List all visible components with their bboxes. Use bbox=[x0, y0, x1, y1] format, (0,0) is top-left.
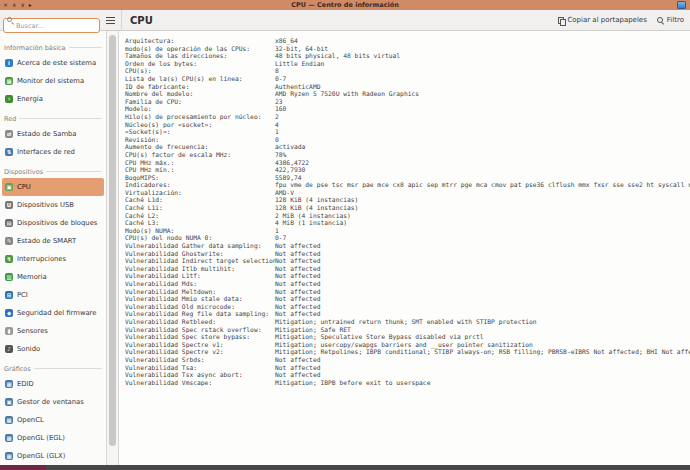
info-key: Caché L3: bbox=[125, 219, 275, 227]
sidebar-item-sensores[interactable]: ▮Sensores bbox=[0, 322, 106, 340]
sidebar-item-opengl-glx[interactable]: ▦OpenGL (GLX) bbox=[0, 447, 106, 465]
info-row: Tamaños de las direcciones:48 bits physi… bbox=[125, 52, 690, 60]
info-row: Revisión:0 bbox=[125, 136, 690, 144]
sidebar-item-edid[interactable]: ▦EDID bbox=[0, 375, 106, 393]
hamburger-menu-icon[interactable] bbox=[106, 16, 116, 25]
close-button[interactable]: × bbox=[3, 0, 8, 10]
sidebar-item-interrupciones[interactable]: ↯Interrupciones bbox=[0, 250, 106, 268]
sidebar-item-memoria[interactable]: ▥Memoria bbox=[0, 268, 106, 286]
sidebar-item-opengl-egl[interactable]: ▦OpenGL (EGL) bbox=[0, 429, 106, 447]
sidebar-item-estado-de-samba[interactable]: ⇄Estado de Samba bbox=[0, 125, 106, 143]
sidebar-item-cpu[interactable]: ▣CPU bbox=[2, 178, 104, 196]
sonido-icon: ♪ bbox=[5, 345, 13, 353]
info-key: Vulnerabilidad L1tf: bbox=[125, 272, 275, 280]
interfaces-de-red-icon: ⇅ bbox=[5, 148, 13, 156]
minimize-button[interactable]: ∨ bbox=[20, 0, 24, 10]
search-box[interactable] bbox=[3, 13, 100, 28]
copy-icon bbox=[558, 17, 564, 24]
sidebar-item-acerca-de-este-sistema[interactable]: iAcerca de este sistema bbox=[0, 54, 106, 72]
info-value: 1 bbox=[275, 227, 279, 234]
pci-icon: ⊞ bbox=[5, 291, 13, 299]
maximize-button[interactable]: ∧ bbox=[12, 0, 16, 10]
info-key: «Socket(s)»: bbox=[125, 128, 275, 136]
filter-search-icon bbox=[657, 17, 664, 24]
sidebar-item-sonido[interactable]: ♪Sonido bbox=[0, 340, 106, 358]
info-row: Vulnerabilidad Old microcode:Not affecte… bbox=[125, 303, 690, 311]
info-row: Vulnerabilidad L1tf:Not affected bbox=[125, 272, 690, 280]
info-value: Not affected bbox=[275, 257, 321, 264]
sidebar-item-label: EDID bbox=[17, 380, 34, 388]
toolbar-separator bbox=[121, 10, 122, 31]
info-row: Vulnerabilidad Indirect target selection… bbox=[125, 257, 690, 265]
sidebar-item-label: Seguridad del firmware bbox=[17, 309, 96, 317]
info-key: Orden de los bytes: bbox=[125, 60, 275, 68]
info-row: Vulnerabilidad Gather data sampling:Not … bbox=[125, 242, 690, 250]
info-value: 78% bbox=[275, 151, 286, 158]
info-value: AuthenticAMD bbox=[275, 83, 321, 90]
sidebar-item-label: OpenGL (GLX) bbox=[17, 452, 65, 460]
info-row: Orden de los bytes:Little Endian bbox=[125, 60, 690, 68]
info-value: Mitigation; untrained return thunk; SMT … bbox=[275, 318, 537, 325]
sidebar-item-label: PCI bbox=[17, 291, 28, 299]
copy-to-clipboard-button[interactable]: Copiar al portapapeles bbox=[558, 16, 646, 24]
info-value: AMD-V bbox=[275, 189, 294, 196]
info-row: Caché L1d:128 KiB (4 instancias) bbox=[125, 196, 690, 204]
info-key: Vulnerabilidad Spectre v1: bbox=[125, 341, 275, 349]
taskbar-edge bbox=[0, 465, 690, 470]
info-row: Vulnerabilidad Tsa:Not affected bbox=[125, 364, 690, 372]
sidebar-item-seguridad-del-firmware[interactable]: ◆Seguridad del firmware bbox=[0, 304, 106, 322]
info-row: Vulnerabilidad Tsx async abort:Not affec… bbox=[125, 371, 690, 379]
info-value: Mitigation; Retpolines; IBPB conditional… bbox=[275, 348, 690, 355]
info-value: Not affected bbox=[275, 288, 321, 295]
info-value: Not affected bbox=[275, 250, 321, 257]
sidebar-item-label: Sonido bbox=[17, 345, 40, 353]
info-key: Vulnerabilidad Mmio stale data: bbox=[125, 295, 275, 303]
info-row: Vulnerabilidad Retbleed:Mitigation; untr… bbox=[125, 318, 690, 326]
info-key: Caché L1d: bbox=[125, 196, 275, 204]
info-key: Nombre del modelo: bbox=[125, 90, 275, 98]
sidebar-item-dispositivos-usb[interactable]: UDispositivos USB bbox=[0, 196, 106, 214]
info-value: Not affected bbox=[275, 280, 321, 287]
info-row: Vulnerabilidad Spectre v1:Mitigation; us… bbox=[125, 341, 690, 349]
sidebar-scrollbar[interactable] bbox=[107, 31, 119, 470]
sidebar-item-energia[interactable]: ⚡Energía bbox=[0, 90, 106, 108]
opengl-egl-icon: ▦ bbox=[5, 434, 13, 442]
sidebar-item-monitor-del-sistema[interactable]: ▦Monitor del sistema bbox=[0, 72, 106, 90]
menu-button[interactable]: ▸ bbox=[29, 0, 32, 10]
sidebar-item-label: Gestor de ventanas bbox=[17, 398, 84, 406]
sidebar-item-estado-de-smart[interactable]: ✎Estado de SMART bbox=[0, 232, 106, 250]
info-value: 0-7 bbox=[275, 234, 286, 241]
info-key: Indicadores: bbox=[125, 181, 275, 189]
search-input[interactable] bbox=[3, 18, 100, 33]
info-key: Modo(s) NUMA: bbox=[125, 227, 275, 235]
info-value: Mitigation; usercopy/swapgs barriers and… bbox=[275, 341, 533, 348]
sidebar-item-dispositivos-de-bloques[interactable]: ▤Dispositivos de bloques bbox=[0, 214, 106, 232]
sidebar-item-gestor-de-ventanas[interactable]: ▣Gestor de ventanas bbox=[0, 393, 106, 411]
sidebar-section-header: Información básica bbox=[0, 37, 106, 54]
edid-icon: ▦ bbox=[5, 380, 13, 388]
info-key: Vulnerabilidad Meltdown: bbox=[125, 288, 275, 296]
info-value: 4386,4722 bbox=[275, 159, 309, 166]
sidebar-item-pci[interactable]: ⊞PCI bbox=[0, 286, 106, 304]
info-value: 1 bbox=[275, 128, 279, 135]
filter-button[interactable]: Filtro bbox=[657, 16, 684, 24]
info-key: Núcleo(s) por «socket»: bbox=[125, 121, 275, 129]
info-row: Nombre del modelo:AMD Ryzen 5 7520U with… bbox=[125, 90, 690, 98]
interrupciones-icon: ↯ bbox=[5, 255, 13, 263]
info-key: Vulnerabilidad Spec rstack overflow: bbox=[125, 326, 275, 334]
estado-de-samba-icon: ⇄ bbox=[5, 130, 13, 138]
taskbar-accent bbox=[0, 465, 46, 470]
info-key: CPU(s) del nodo NUMA 0: bbox=[125, 234, 275, 242]
info-value: fpu vme de pse tsc msr pae mce cx8 apic … bbox=[275, 181, 690, 188]
info-key: Revisión: bbox=[125, 136, 275, 144]
app-icon bbox=[677, 1, 686, 9]
info-row: Caché L3:4 MiB (1 instancia) bbox=[125, 219, 690, 227]
info-key: Vulnerabilidad Srbds: bbox=[125, 356, 275, 364]
sidebar-item-interfaces-de-red[interactable]: ⇅Interfaces de red bbox=[0, 143, 106, 161]
sidebar-item-opencl[interactable]: ▦OpenCL bbox=[0, 411, 106, 429]
scrollbar-thumb[interactable] bbox=[109, 35, 116, 446]
info-row: BogoMIPS:5589,74 bbox=[125, 174, 690, 182]
opencl-icon: ▦ bbox=[5, 416, 13, 424]
info-key: Tamaños de las direcciones: bbox=[125, 52, 275, 60]
info-value: Not affected bbox=[275, 356, 321, 363]
